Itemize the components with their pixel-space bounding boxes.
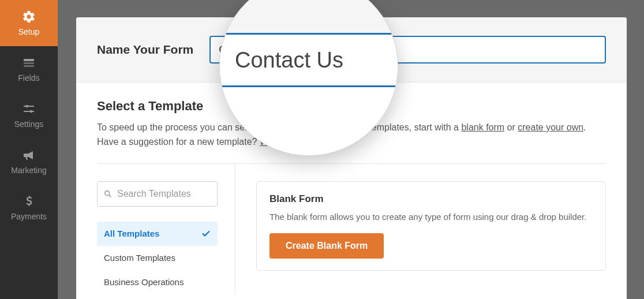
svg-rect-2 [24,65,34,67]
category-custom-templates[interactable]: Custom Templates [97,246,218,270]
check-icon [201,229,211,238]
sidebar-item-fields[interactable]: Fields [0,46,58,92]
svg-rect-3 [24,106,34,107]
create-your-own-link[interactable]: create your own [518,122,583,132]
create-blank-form-button[interactable]: Create Blank Form [269,233,384,259]
search-icon [103,189,113,199]
template-left-column: All Templates Custom Templates Business … [97,164,235,294]
panel-header: Name Your Form [76,17,627,83]
svg-rect-0 [24,59,34,61]
category-all-templates[interactable]: All Templates [97,222,218,246]
love-to-hear-link[interactable]: We'd love to hear it [260,137,338,147]
sidebar-item-settings[interactable]: Settings [0,92,58,139]
dollar-icon [21,195,37,208]
select-template-title: Select a Template [97,99,606,114]
bullhorn-icon [21,148,37,162]
fields-icon [21,56,37,70]
category-list: All Templates Custom Templates Business … [97,222,218,294]
sidebar-item-payments[interactable]: Payments [0,185,58,231]
svg-point-7 [105,190,110,195]
blank-form-link[interactable]: blank form [461,122,504,132]
sidebar-item-setup[interactable]: Setup [0,0,58,46]
sidebar-item-marketing[interactable]: Marketing [0,139,58,185]
svg-point-4 [26,105,29,108]
search-templates-wrap[interactable] [97,181,218,207]
form-name-input[interactable] [209,36,606,63]
sidebar-label-payments: Payments [11,212,47,221]
svg-line-8 [109,195,111,197]
svg-point-6 [30,110,33,113]
template-area: All Templates Custom Templates Business … [97,164,606,294]
card-title: Blank Form [269,193,593,205]
sliders-icon [21,102,37,116]
main-panel: Name Your Form Select a Template To spee… [76,17,627,299]
template-right-column: Blank Form The blank form allows you to … [235,164,606,294]
panel-body: Select a Template To speed up the proces… [76,83,627,294]
select-template-desc: To speed up the process you can select f… [97,121,606,150]
name-form-label: Name Your Form [97,43,193,57]
gear-icon [21,10,37,24]
sidebar: Setup Fields Settings Marketing Payments [0,0,58,299]
sidebar-label-fields: Fields [18,73,39,83]
sidebar-label-setup: Setup [18,27,40,36]
sidebar-label-settings: Settings [14,119,44,129]
category-label: Custom Templates [104,253,175,263]
search-templates-input[interactable] [117,189,233,199]
card-desc: The blank form allows you to create any … [269,211,593,223]
category-label: Business Operations [104,277,184,287]
blank-form-card: Blank Form The blank form allows you to … [256,181,606,271]
svg-rect-1 [24,62,34,64]
category-business-operations[interactable]: Business Operations [97,270,218,294]
category-label: All Templates [104,229,159,238]
sidebar-label-marketing: Marketing [11,166,46,175]
